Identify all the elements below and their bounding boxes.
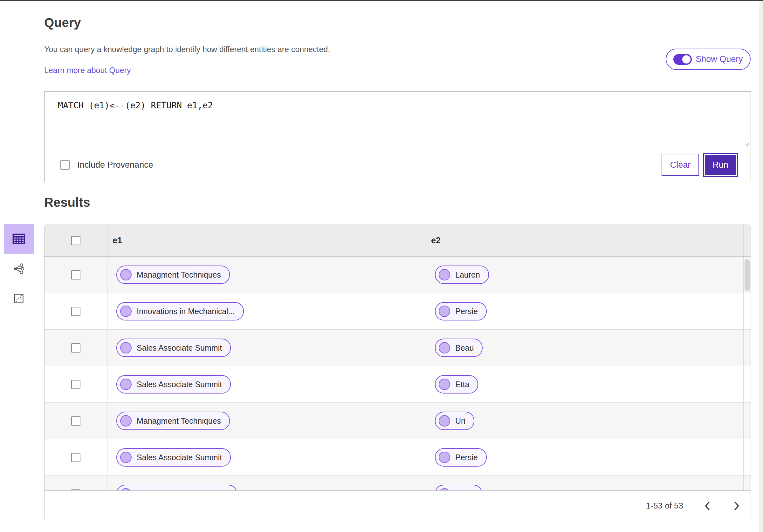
- entity-node-icon: [439, 306, 450, 317]
- entity-label: Innovations in Mechanical...: [137, 307, 235, 316]
- table-row: Innovations in Mechanical Larry: [45, 476, 751, 490]
- entity-label: Managment Techniques: [137, 270, 221, 280]
- entity-pill[interactable]: Innovations in Mechanical: [116, 485, 237, 490]
- entity-pill[interactable]: Managment Techniques: [116, 412, 230, 430]
- entity-label: Lauren: [455, 270, 480, 280]
- entity-label: Uri: [455, 416, 466, 426]
- learn-more-link[interactable]: Learn more about Query: [44, 66, 131, 75]
- table-row: Sales Associate Summit Persie: [45, 439, 751, 476]
- network-icon: [13, 263, 25, 275]
- entity-label: Managment Techniques: [137, 416, 221, 426]
- results-title: Results: [44, 195, 90, 210]
- entity-node-icon: [439, 269, 450, 281]
- entity-pill[interactable]: Sales Associate Summit: [116, 339, 231, 357]
- entity-pill[interactable]: Beau: [435, 339, 483, 357]
- entity-pill[interactable]: Sales Associate Summit: [116, 375, 231, 394]
- table-row: Innovations in Mechanical... Persie: [45, 293, 751, 330]
- column-header-e1[interactable]: e1: [107, 225, 426, 256]
- entity-pill[interactable]: Sales Associate Summit: [116, 448, 231, 467]
- entity-pill[interactable]: Managment Techniques: [116, 266, 230, 284]
- entity-pill[interactable]: Lauren: [435, 266, 489, 284]
- entity-label: Persie: [455, 453, 478, 462]
- toggle-on-icon[interactable]: [673, 54, 692, 65]
- pagination-prev-button[interactable]: [704, 501, 712, 511]
- page-title: Query: [44, 16, 81, 30]
- query-panel: MATCH (e1)<--(e2) RETURN e1,e2 Include P…: [44, 91, 751, 182]
- table-scrollbar-track: [744, 366, 751, 402]
- table-row: Managment Techniques Lauren: [45, 257, 751, 293]
- entity-label: Innovations in Mechanical: [137, 489, 228, 491]
- query-panel-footer: Include Provenance Clear Run: [45, 148, 751, 182]
- query-actions: Clear Run: [662, 153, 738, 177]
- explore-view-button[interactable]: [4, 284, 34, 313]
- table-body: Managment Techniques Lauren Innovations …: [45, 257, 751, 490]
- query-text[interactable]: MATCH (e1)<--(e2) RETURN e1,e2: [45, 92, 751, 110]
- query-editor[interactable]: MATCH (e1)<--(e2) RETURN e1,e2: [45, 92, 751, 148]
- entity-node-icon: [439, 452, 450, 463]
- entity-node-icon: [120, 342, 132, 353]
- entity-node-icon: [120, 379, 132, 390]
- clear-button[interactable]: Clear: [662, 154, 699, 176]
- table-scrollbar-track: [744, 330, 751, 366]
- run-button[interactable]: Run: [705, 155, 736, 175]
- table-scrollbar-track: [744, 225, 751, 256]
- entity-node-icon: [439, 342, 450, 353]
- entity-pill[interactable]: Larry: [435, 485, 482, 490]
- column-header-e2[interactable]: e2: [426, 225, 744, 256]
- run-button-focus-ring: Run: [703, 153, 738, 177]
- table-row: Sales Associate Summit Beau: [45, 330, 751, 366]
- entity-pill[interactable]: Persie: [435, 302, 487, 320]
- entity-pill[interactable]: Persie: [435, 448, 487, 467]
- page-scrollbar-track[interactable]: [759, 1, 763, 532]
- entity-label: Larry: [455, 489, 473, 491]
- entity-label: Sales Associate Summit: [137, 343, 222, 353]
- pagination-range: 1-53 of 53: [646, 501, 683, 511]
- entity-pill[interactable]: Etta: [435, 375, 478, 394]
- include-provenance-checkbox[interactable]: [60, 160, 70, 170]
- entity-node-icon: [120, 415, 132, 426]
- knowledge-graph-query-page: Query You can query a knowledge graph to…: [0, 0, 763, 532]
- table-icon: [11, 231, 27, 247]
- entity-node-icon: [120, 269, 132, 281]
- entity-node-icon: [439, 379, 450, 390]
- table-scrollbar-track: [744, 476, 751, 490]
- row-checkbox[interactable]: [71, 416, 80, 426]
- chevron-left-icon: [704, 501, 712, 511]
- table-row: Managment Techniques Uri: [45, 403, 751, 439]
- select-all-checkbox[interactable]: [71, 236, 80, 245]
- entity-node-icon: [120, 306, 132, 317]
- row-checkbox[interactable]: [71, 489, 80, 491]
- table-footer: 1-53 of 53: [45, 490, 751, 521]
- entity-label: Persie: [455, 307, 478, 316]
- show-query-toggle[interactable]: Show Query: [666, 48, 751, 70]
- network-view-button[interactable]: [4, 254, 34, 284]
- entity-node-icon: [120, 488, 132, 490]
- include-provenance-label: Include Provenance: [77, 160, 153, 170]
- results-table: e1 e2 Managment Techniques Lauren: [44, 224, 751, 521]
- entity-label: Sales Associate Summit: [137, 453, 222, 462]
- pagination-next-button[interactable]: [732, 501, 740, 511]
- table-scrollbar-thumb[interactable]: [745, 259, 750, 291]
- entity-node-icon: [120, 452, 132, 463]
- entity-label: Beau: [455, 343, 474, 353]
- entity-pill[interactable]: Innovations in Mechanical...: [116, 302, 244, 320]
- row-checkbox[interactable]: [71, 307, 80, 316]
- table-view-button[interactable]: [4, 224, 34, 254]
- row-checkbox[interactable]: [71, 343, 80, 353]
- table-row: Sales Associate Summit Etta: [45, 366, 751, 403]
- table-header-row: e1 e2: [45, 225, 751, 257]
- resize-handle-icon[interactable]: [743, 140, 750, 147]
- entity-node-icon: [439, 415, 450, 426]
- table-scrollbar-track: [744, 439, 751, 476]
- entity-pill[interactable]: Uri: [435, 412, 474, 430]
- toggle-knob: [682, 55, 691, 63]
- row-checkbox[interactable]: [71, 453, 80, 462]
- entity-label: Etta: [455, 380, 469, 389]
- show-query-label: Show Query: [696, 54, 743, 64]
- view-switcher: [4, 224, 34, 313]
- entity-node-icon: [439, 488, 450, 490]
- row-checkbox[interactable]: [71, 270, 80, 280]
- chevron-right-icon: [732, 501, 740, 511]
- table-scrollbar-track: [744, 403, 751, 439]
- row-checkbox[interactable]: [71, 380, 80, 389]
